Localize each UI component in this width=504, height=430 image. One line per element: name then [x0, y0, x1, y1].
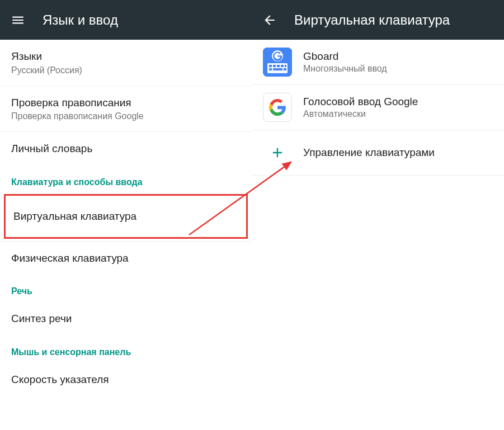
row-languages[interactable]: Языки Русский (Россия) [0, 40, 252, 86]
row-physical-keyboard[interactable]: Физическая клавиатура [0, 241, 252, 276]
row-pointer-speed[interactable]: Скорость указателя [0, 363, 252, 397]
row-physical-keyboard-primary: Физическая клавиатура [11, 251, 241, 266]
row-virtual-keyboard[interactable]: Виртуальная клавиатура [4, 194, 248, 239]
row-tts-primary: Синтез речи [11, 311, 241, 326]
settings-list-right: Gboard Многоязычный ввод Голосовой ввод … [252, 40, 504, 430]
appbar-right: Виртуальная клавиатура [252, 0, 504, 40]
page-title-right: Виртуальная клавиатура [294, 12, 450, 28]
section-speech: Речь [0, 275, 252, 302]
virtual-keyboard-panel: Виртуальная клавиатура Gboard Много [252, 0, 504, 430]
row-languages-primary: Языки [11, 49, 241, 64]
row-gboard-secondary: Многоязычный ввод [303, 64, 387, 74]
row-spellcheck-primary: Проверка правописания [11, 96, 241, 110]
row-personal-dictionary[interactable]: Личный словарь [0, 132, 252, 166]
svg-rect-7 [285, 65, 286, 67]
language-input-panel: Язык и ввод Языки Русский (Россия) Прове… [0, 0, 252, 430]
svg-rect-9 [273, 68, 282, 70]
svg-rect-8 [269, 68, 272, 70]
svg-rect-6 [281, 65, 284, 67]
plus-icon [263, 138, 292, 167]
page-title-left: Язык и ввод [43, 12, 118, 28]
svg-rect-5 [277, 65, 280, 67]
back-icon[interactable] [262, 12, 277, 28]
section-mouse: Мышь и сенсорная панель [0, 336, 252, 363]
row-spellcheck-secondary: Проверка правописания Google [11, 111, 241, 121]
google-voice-icon [263, 93, 292, 122]
settings-list-left: Языки Русский (Россия) Проверка правопис… [0, 40, 252, 430]
row-manage-keyboards-primary: Управление клавиатурами [303, 147, 435, 159]
row-languages-secondary: Русский (Россия) [11, 65, 241, 75]
row-google-voice-primary: Голосовой ввод Google [303, 96, 418, 108]
row-manage-keyboards[interactable]: Управление клавиатурами [252, 130, 504, 176]
row-tts[interactable]: Синтез речи [0, 302, 252, 336]
gboard-icon [263, 48, 292, 77]
row-pointer-speed-primary: Скорость указателя [11, 372, 241, 387]
row-google-voice-secondary: Автоматически [303, 109, 418, 119]
row-gboard-primary: Gboard [303, 50, 387, 63]
row-virtual-keyboard-primary: Виртуальная клавиатура [13, 209, 238, 224]
row-gboard[interactable]: Gboard Многоязычный ввод [252, 40, 504, 85]
appbar-left: Язык и ввод [0, 0, 252, 40]
row-google-voice[interactable]: Голосовой ввод Google Автоматически [252, 85, 504, 130]
row-spellcheck[interactable]: Проверка правописания Проверка правописа… [0, 86, 252, 133]
section-keyboard: Клавиатура и способы ввода [0, 166, 252, 193]
svg-rect-3 [269, 65, 272, 67]
svg-rect-4 [273, 65, 276, 67]
svg-rect-10 [284, 68, 286, 70]
menu-icon[interactable] [10, 12, 26, 28]
row-personal-dictionary-primary: Личный словарь [11, 141, 241, 156]
